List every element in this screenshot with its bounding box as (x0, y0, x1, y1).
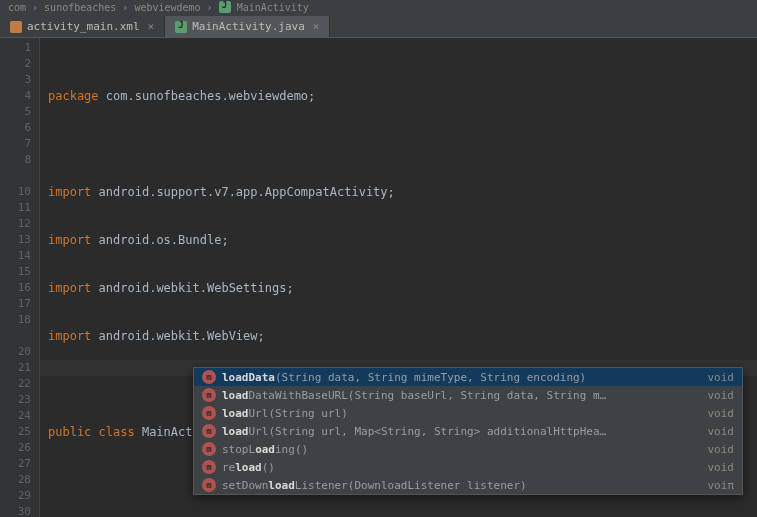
breadcrumb-item[interactable]: sunofbeaches (44, 2, 116, 13)
tab-activity-main-xml[interactable]: activity_main.xml × (0, 16, 165, 37)
method-icon: m (202, 370, 216, 384)
line-number: 2 (0, 56, 31, 72)
completion-item[interactable]: m loadData(String data, String mimeType,… (194, 368, 742, 386)
pi-icon: π (727, 479, 734, 492)
java-class-icon (219, 1, 231, 13)
line-number: 25 (0, 424, 31, 440)
line-number: 22 (0, 376, 31, 392)
method-icon: m (202, 388, 216, 402)
close-icon[interactable]: × (148, 20, 155, 33)
completion-item[interactable]: m setDownloadListener(DownloadListener l… (194, 476, 742, 494)
method-icon: m (202, 478, 216, 492)
line-number: 3 (0, 72, 31, 88)
line-number: 23 (0, 392, 31, 408)
breadcrumb: com› sunofbeaches› webviewdemo› MainActi… (0, 0, 757, 14)
tab-label: MainActivity.java (192, 20, 305, 33)
method-icon: m (202, 460, 216, 474)
tab-label: activity_main.xml (27, 20, 140, 33)
completion-item[interactable]: m reload() void (194, 458, 742, 476)
line-number: 30 (0, 504, 31, 517)
gutter: 1 2 3 4 5 6 7 8 10 11 12 13 14 15 16 17 … (0, 38, 40, 517)
line-number: 11 (0, 200, 31, 216)
method-icon: m (202, 442, 216, 456)
line-number: 21 (0, 360, 31, 376)
tab-main-activity-java[interactable]: MainActivity.java × (165, 16, 330, 37)
line-number: 20 (0, 344, 31, 360)
line-number: 16 (0, 280, 31, 296)
line-number: 1 (0, 40, 31, 56)
close-icon[interactable]: × (313, 20, 320, 33)
completion-item[interactable]: m stopLoading() void (194, 440, 742, 458)
line-number (0, 328, 31, 344)
line-number: 27 (0, 456, 31, 472)
line-number: 17 (0, 296, 31, 312)
java-file-icon (175, 21, 187, 33)
completion-item[interactable]: m loadDataWithBaseURL(String baseUrl, St… (194, 386, 742, 404)
line-number: 4 (0, 88, 31, 104)
xml-file-icon (10, 21, 22, 33)
editor-area: 1 2 3 4 5 6 7 8 10 11 12 13 14 15 16 17 … (0, 38, 757, 517)
line-number: 6 (0, 120, 31, 136)
completion-item[interactable]: m loadUrl(String url) void (194, 404, 742, 422)
line-number: 18 (0, 312, 31, 328)
line-number: 5 (0, 104, 31, 120)
line-number: 12 (0, 216, 31, 232)
line-number: 29 (0, 488, 31, 504)
method-icon: m (202, 424, 216, 438)
editor-tabs: activity_main.xml × MainActivity.java × (0, 14, 757, 38)
line-number: 28 (0, 472, 31, 488)
line-number: 26 (0, 440, 31, 456)
line-number: 14 (0, 248, 31, 264)
completion-item[interactable]: m loadUrl(String url, Map<String, String… (194, 422, 742, 440)
line-number: 24 (0, 408, 31, 424)
breadcrumb-item[interactable]: com (8, 2, 26, 13)
line-number: 7 (0, 136, 31, 152)
line-number: 8 (0, 152, 31, 168)
method-icon: m (202, 406, 216, 420)
line-number: 10 (0, 184, 31, 200)
line-number: 13 (0, 232, 31, 248)
line-number: 15 (0, 264, 31, 280)
breadcrumb-item[interactable]: MainActivity (237, 2, 309, 13)
breadcrumb-item[interactable]: webviewdemo (134, 2, 200, 13)
code-completion-popup: m loadData(String data, String mimeType,… (193, 367, 743, 495)
line-number (0, 168, 31, 184)
